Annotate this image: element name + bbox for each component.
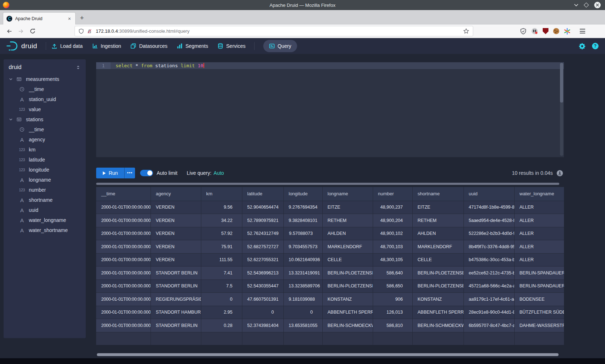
menu-icon[interactable]: [580, 29, 585, 33]
table-cell[interactable]: 48,900,102: [373, 227, 412, 240]
maximize-icon[interactable]: [584, 3, 589, 8]
sidebar-column[interactable]: 123 longitude: [4, 165, 86, 175]
table-cell[interactable]: 75.91: [201, 240, 242, 254]
table-cell[interactable]: [201, 332, 242, 345]
table-cell[interactable]: KONSTANZ: [322, 293, 373, 306]
table-cell[interactable]: STANDORT BERLIN: [151, 279, 201, 293]
sidebar-column[interactable]: 123 km: [4, 145, 86, 155]
column-header[interactable]: water_longname: [514, 187, 564, 201]
table-cell[interactable]: [96, 332, 151, 345]
table-cell[interactable]: 52.5436996213: [242, 267, 283, 280]
table-cell[interactable]: 2000-01-01T00:00:00.000Z: [96, 253, 151, 267]
table-cell[interactable]: [242, 332, 283, 345]
sidebar-column[interactable]: A water_shortname: [4, 225, 86, 235]
table-cell[interactable]: 52.3743981404: [242, 319, 283, 332]
table-cell[interactable]: [514, 332, 564, 345]
forward-icon[interactable]: [17, 27, 25, 36]
table-cell[interactable]: 906: [373, 293, 412, 306]
reload-icon[interactable]: [28, 27, 37, 36]
column-header[interactable]: __time: [96, 187, 151, 201]
table-cell[interactable]: MARKLENDORF: [412, 240, 463, 254]
table-cell[interactable]: 6b595707-8c47-4bc7-a8: [463, 319, 514, 332]
table-cell[interactable]: 28ec91e8-90c0-44d1-8f0: [463, 306, 514, 319]
sidebar-column[interactable]: 123 value: [4, 104, 86, 114]
auto-limit-toggle[interactable]: [140, 170, 153, 176]
table-cell[interactable]: aa9179c1-17ef-4c61-a48: [463, 293, 514, 306]
table-cell[interactable]: 45721a68-566c-4e2a-a6: [463, 279, 514, 293]
column-header[interactable]: uuid: [463, 187, 514, 201]
table-cell[interactable]: 2000-01-01T00:00:00.000Z: [96, 319, 151, 332]
table-cell[interactable]: 586,640: [373, 267, 412, 280]
mask-extension-icon[interactable]: [531, 28, 538, 35]
table-cell[interactable]: VERDEN: [151, 240, 201, 254]
browser-tab[interactable]: Apache Druid ×: [3, 12, 76, 24]
table-cell[interactable]: [151, 332, 201, 345]
table-cell[interactable]: MARKLENDORF: [322, 240, 373, 254]
horizontal-scrollbar-top[interactable]: [96, 183, 559, 185]
table-cell[interactable]: 34.22: [201, 214, 242, 227]
table-cell[interactable]: 48,700,103: [373, 240, 412, 254]
table-cell[interactable]: 52.6827572727: [242, 240, 283, 254]
privacy-shield-extension-icon[interactable]: [520, 28, 526, 35]
table-cell[interactable]: 13.653581055: [283, 319, 322, 332]
table-cell[interactable]: 2000-01-01T00:00:00.000Z: [96, 214, 151, 227]
sidebar-column[interactable]: A water_longname: [4, 215, 86, 225]
insecure-lock-icon[interactable]: [87, 28, 92, 34]
table-cell[interactable]: 126,013: [373, 306, 412, 319]
sidebar-column[interactable]: A longname: [4, 175, 86, 185]
table-cell[interactable]: 48,900,237: [373, 201, 412, 214]
table-cell[interactable]: 48,300,105: [373, 253, 412, 267]
table-cell[interactable]: 13.3231419091: [283, 267, 322, 280]
table-cell[interactable]: ee52ce62-212c-4735-b4: [463, 267, 514, 280]
table-cell[interactable]: EITZE: [322, 201, 373, 214]
sidebar-column[interactable]: 123 number: [4, 185, 86, 195]
column-header[interactable]: latitude: [242, 187, 283, 201]
table-cell[interactable]: ALLER: [514, 201, 564, 214]
table-cell[interactable]: BERLIN-PLOETZENSEE U: [322, 279, 373, 293]
table-cell[interactable]: DAHME-WASSERSTRASSE: [514, 319, 564, 332]
sidebar-column[interactable]: A agency: [4, 135, 86, 145]
table-cell[interactable]: 586,650: [373, 279, 412, 293]
sql-editor[interactable]: 1 select*fromstationslimit10: [96, 62, 564, 157]
table-cell[interactable]: 48,900,204: [373, 214, 412, 227]
table-cell[interactable]: 9.57088073: [283, 227, 322, 240]
table-cell[interactable]: 9.2767694354: [283, 201, 322, 214]
table-cell[interactable]: BERLIN-PLOETZENSEE C: [322, 267, 373, 280]
table-cell[interactable]: ALLER: [514, 253, 564, 267]
table-cell[interactable]: 0: [283, 306, 322, 319]
table-cell[interactable]: 9.7034557573: [283, 240, 322, 254]
column-header[interactable]: number: [373, 187, 412, 201]
table-cell[interactable]: ABBENFLETH SPERRWERK: [322, 306, 373, 319]
table-cell[interactable]: 57.92: [201, 227, 242, 240]
sidebar-item-measurements[interactable]: measurements: [4, 74, 86, 84]
sidebar-column[interactable]: __time: [4, 124, 86, 135]
table-cell[interactable]: [322, 332, 373, 345]
table-cell[interactable]: [412, 332, 463, 345]
table-cell[interactable]: KONSTANZ: [412, 293, 463, 306]
table-cell[interactable]: 52.5430355447: [242, 279, 283, 293]
table-cell[interactable]: 52.7624312749: [242, 227, 283, 240]
table-cell[interactable]: REGIERUNGSPRÄSIDIUM: [151, 293, 201, 306]
table-cell[interactable]: CELLE: [412, 253, 463, 267]
table-cell[interactable]: BERLIN-SCHMOECKWITZ: [412, 319, 463, 332]
sidebar-item-stations[interactable]: stations: [4, 114, 86, 124]
table-cell[interactable]: 9.3828408101: [283, 214, 322, 227]
sidebar-column[interactable]: 123 latitude: [4, 155, 86, 165]
table-cell[interactable]: ALLER: [514, 227, 564, 240]
editor-scrollbar[interactable]: [560, 63, 563, 156]
table-cell[interactable]: ALLER: [514, 240, 564, 254]
chevron-down-icon[interactable]: [9, 117, 15, 122]
table-cell[interactable]: 2000-01-01T00:00:00.000Z: [96, 267, 151, 280]
nav-item-load-data[interactable]: Load data: [51, 43, 82, 49]
shield-icon[interactable]: [79, 28, 84, 34]
sidebar-column[interactable]: A station_uuid: [4, 94, 86, 104]
druid-logo[interactable]: druid: [6, 41, 37, 51]
sort-icon[interactable]: [76, 65, 81, 70]
table-cell[interactable]: 5aaed954-de4e-4528-8f: [463, 214, 514, 227]
table-cell[interactable]: 8b4f9f7c-3376-4dd8-95c: [463, 240, 514, 254]
table-cell[interactable]: 52.9040654474: [242, 201, 283, 214]
nav-item-datasources[interactable]: Datasources: [130, 43, 167, 49]
table-cell[interactable]: ABBENFLETH SPERRWERK: [412, 306, 463, 319]
table-cell[interactable]: 586,810: [373, 319, 412, 332]
column-header[interactable]: km: [201, 187, 242, 201]
